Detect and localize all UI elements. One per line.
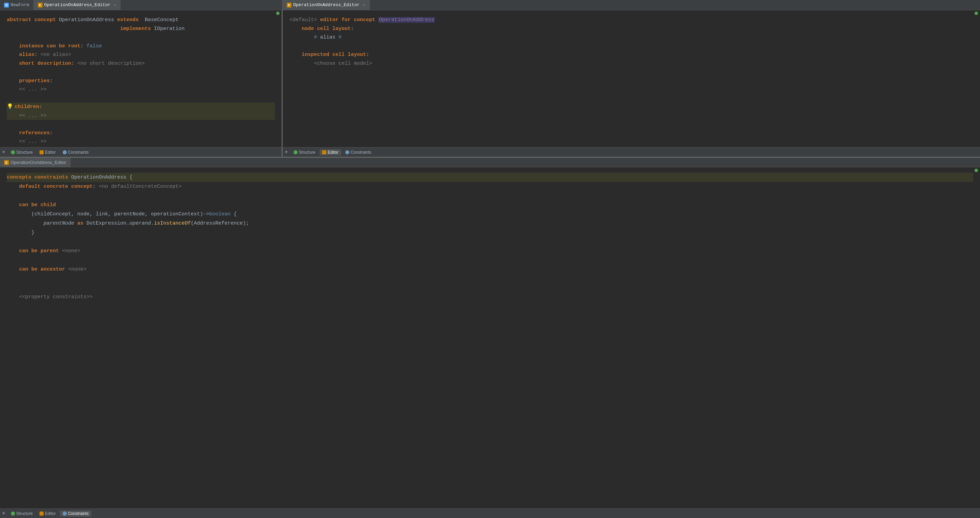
right-line3: # alias # (290, 33, 973, 42)
tab-label-new-form: NewForm (11, 2, 29, 8)
right-tab-plus[interactable]: + (285, 149, 288, 155)
right-editor-tabs: + Structure Editor Constraints (283, 147, 980, 157)
tab-operation-editor-right[interactable]: E OperationOnAddress_Editor ✕ (283, 0, 370, 10)
code-block-bottom: concepts constraints OperationOnAddress … (7, 173, 973, 301)
bottom-tab-editor[interactable]: Editor (37, 510, 58, 516)
left-pane: abstract concept OperationOnAddress exte… (0, 10, 283, 157)
bottom-line1: concepts constraints OperationOnAddress … (7, 173, 973, 182)
line-references: references: (7, 129, 275, 138)
bottom-green-dot (975, 169, 978, 172)
constraints-dot-left (63, 150, 67, 155)
right-pane-green-dot (975, 11, 978, 15)
line-blank3 (7, 94, 275, 103)
editor-dot-left (40, 150, 44, 155)
left-editor-tabs: + Structure Editor Constraints (0, 147, 282, 157)
bottom-line6: parentNode as DotExpression.operand.isIn… (7, 219, 973, 228)
bottom-tab-constraints[interactable]: Constraints (60, 510, 92, 516)
bottom-line7: } (7, 228, 973, 237)
line-implements: implements IOperation (7, 24, 275, 33)
bottom-line5: (childConcept, node, link, parentNode, o… (7, 210, 973, 219)
bottom-section: E OperationOnAddress_Editor concepts con… (0, 157, 980, 518)
bottom-tab-plus[interactable]: + (2, 510, 5, 516)
bottom-editor-content[interactable]: concepts constraints OperationOnAddress … (0, 167, 980, 508)
line-blank2 (7, 68, 275, 77)
bottom-line2: default concrete concept: <no defaultCon… (7, 182, 973, 191)
constraints-dot-right (345, 150, 349, 155)
right-line1: <default> editor for concept OperationOn… (290, 16, 973, 24)
right-tab-editor[interactable]: Editor (320, 149, 341, 155)
left-tab-editor[interactable]: Editor (37, 149, 58, 155)
line-props-ellipsis: << ... >> (7, 85, 275, 94)
left-editor-content[interactable]: abstract concept OperationOnAddress exte… (0, 10, 282, 147)
right-line4 (290, 42, 973, 51)
tab-operation-editor-left[interactable]: E OperationOnAddress_Editor ✕ (34, 0, 121, 10)
editor-dot-right (322, 150, 326, 155)
top-tab-bar-right: E OperationOnAddress_Editor ✕ (283, 0, 980, 10)
right-line2: node cell layout: (290, 24, 973, 33)
bottom-footer-tab-structure-label: Structure (16, 511, 33, 516)
bottom-line9: can be parent <none> (7, 246, 973, 256)
bottom-line4: can be child (7, 200, 973, 210)
line-blank1 (7, 33, 275, 42)
line-children-row: 💡children: (7, 103, 275, 112)
bottom-footer-tab-constraints-label: Constraints (68, 511, 89, 516)
tab-icon-n: N (4, 3, 9, 8)
line-instance: instance can be root: false (7, 42, 275, 51)
tab-close-left[interactable]: ✕ (114, 3, 116, 7)
left-pane-green-dot (276, 11, 280, 15)
bottom-top-tab-label: OperationOnAddress_Editor (11, 160, 66, 165)
bottom-line11: can be ancestor <none> (7, 265, 973, 274)
right-line5: inspected cell layout: (290, 51, 973, 59)
line-refs-ellipsis: << ... >> (7, 137, 275, 146)
top-tab-bar-left: N NewForm E OperationOnAddress_Editor ✕ (0, 0, 283, 10)
lightbulb-icon: 💡 (7, 103, 13, 112)
right-editor-content[interactable]: <default> editor for concept OperationOn… (283, 10, 980, 147)
left-tab-plus[interactable]: + (2, 149, 5, 155)
constraints-dot-bottom (63, 512, 67, 516)
tab-new-form[interactable]: N NewForm (0, 0, 34, 10)
tab-icon-e-bottom: E (4, 160, 9, 165)
code-block-right: <default> editor for concept OperationOn… (290, 16, 973, 68)
right-pane: <default> editor for concept OperationOn… (283, 10, 980, 157)
bottom-line14: <<property constraints>> (7, 292, 973, 301)
structure-dot-right (294, 150, 298, 155)
structure-dot-bottom (11, 512, 15, 516)
line-abstract: abstract concept OperationOnAddress exte… (7, 16, 275, 24)
line-blank4 (7, 120, 275, 129)
bottom-line12 (7, 274, 973, 283)
bottom-footer-tab-editor-label: Editor (45, 511, 56, 516)
line-short: short description: <no short description… (7, 59, 275, 68)
bottom-line10 (7, 256, 973, 265)
bottom-tab-structure[interactable]: Structure (8, 510, 36, 516)
tab-icon-e-right: E (287, 3, 291, 8)
tab-label-operation-editor-left: OperationOnAddress_Editor (44, 2, 111, 8)
bottom-line3 (7, 191, 973, 200)
bottom-footer-tabs: + Structure Editor Constraints (0, 508, 980, 518)
bottom-top-tab-operation[interactable]: E OperationOnAddress_Editor (0, 158, 70, 167)
code-block-left: abstract concept OperationOnAddress exte… (7, 16, 275, 146)
line-properties: properties: (7, 77, 275, 86)
tab-icon-e-left: E (38, 3, 43, 8)
left-tab-constraints[interactable]: Constraints (60, 149, 92, 155)
right-tab-constraints-label: Constraints (351, 150, 372, 155)
structure-dot (11, 150, 15, 155)
right-tab-constraints[interactable]: Constraints (342, 149, 374, 155)
right-line6: <choose cell model> (290, 59, 973, 68)
right-tab-structure-label: Structure (299, 150, 316, 155)
line-alias: alias: <no alias> (7, 51, 275, 59)
bottom-line8 (7, 237, 973, 246)
left-tab-editor-label: Editor (45, 150, 56, 155)
left-tab-structure-label: Structure (16, 150, 33, 155)
editor-dot-bottom (40, 512, 44, 516)
right-tab-editor-label: Editor (328, 150, 338, 155)
bottom-top-tab-bar: E OperationOnAddress_Editor (0, 158, 980, 167)
left-tab-structure[interactable]: Structure (8, 149, 36, 155)
tab-label-operation-editor-right: OperationOnAddress_Editor (293, 2, 360, 8)
bottom-line13 (7, 283, 973, 292)
right-tab-structure[interactable]: Structure (291, 149, 318, 155)
line-children-ellipsis: << ... >> (7, 112, 275, 120)
left-tab-constraints-label: Constraints (68, 150, 89, 155)
tab-close-right[interactable]: ✕ (363, 3, 365, 7)
